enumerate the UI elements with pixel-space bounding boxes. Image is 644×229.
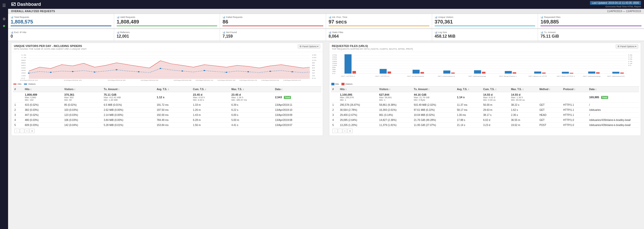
table-row: 5 13,205 (1.20%) 11,379 (1.81%) 11.95 Gi… <box>331 123 639 128</box>
fcol-data[interactable]: Data ↕ <box>588 87 639 92</box>
last-page-btn[interactable]: » <box>30 129 35 133</box>
fcol-max-ts[interactable]: Max. T.S. ↕ <box>510 87 538 92</box>
files-table-wrap: # Hits ↕ Visitors ↕ Tx. Amount ↕ Avg. T.… <box>329 86 641 136</box>
header: 🗠 Dashboard Last Updated: 2019-04-13 11:… <box>8 0 644 9</box>
svg-point-32 <box>50 72 52 73</box>
svg-text:GET / HTTP/1.0: GET / HTTP/1.0 <box>375 75 389 77</box>
app-title: 🗠 Dashboard <box>11 2 41 7</box>
stat-label-total: 📊 Total Requests <box>11 16 111 18</box>
svg-point-34 <box>94 71 95 72</box>
col-avg-ts[interactable]: Avg. T.S. ↕ <box>155 86 191 92</box>
fcol-avg-ts[interactable]: Avg. T.S. ↕ <box>455 87 482 92</box>
row5-avg-ts: 153.84 ms <box>155 122 191 128</box>
files-hits-legend-color <box>331 83 334 85</box>
svg-text:1.2k: 1.2k <box>21 54 27 56</box>
col-max-ts[interactable]: Max. T.S. ↕ <box>230 86 274 92</box>
svg-text:12/Apr/2019:16: 12/Apr/2019:16 <box>217 79 236 81</box>
svg-text:110: 110 <box>312 59 316 61</box>
svg-text:64: 64 <box>312 67 315 69</box>
stat-value-proc: 97 secs <box>329 19 429 24</box>
files-chart-area: 270k 240k 210k 180k 150k 120k 90k 59k 30… <box>329 52 641 82</box>
table-row: 4 480 (0.03%) 106 (0.03%) 3.84 MiB (0.00… <box>13 117 321 122</box>
bar-icon-valid: 📊 <box>117 16 119 18</box>
files-visitors-legend-color <box>341 83 344 85</box>
visitors-panel: UNIQUE VISITORS PER DAY - INCLUDING SPID… <box>10 41 325 138</box>
col-num: # <box>13 86 23 92</box>
col-visitors[interactable]: Visitors ↕ <box>63 86 102 92</box>
ftotal-method <box>538 92 562 103</box>
bar-6-visitors <box>513 72 516 73</box>
first-page-btn[interactable]: « <box>14 129 19 133</box>
bar-3-visitors <box>420 72 424 73</box>
svg-point-33 <box>72 71 73 72</box>
stat-log-size: 📊 Log Size 458.12 MiB <box>432 29 538 41</box>
col-hits[interactable]: Hits ↕ <box>23 86 63 92</box>
svg-text:12/Apr/2019:21: 12/Apr/2019:21 <box>239 79 258 81</box>
row2-tx: 2.62 MiB (0.00%) <box>102 107 155 112</box>
visitors-chart-svg: 1.2k 1.1k 990 860 660 530 400 260 130 0.… <box>13 53 321 81</box>
bar-7-visitors <box>542 72 546 73</box>
total-num <box>13 92 23 102</box>
visitors-panel-options-btn[interactable]: ⚙ Panel Options ▾ <box>298 44 320 48</box>
fcol-hits[interactable]: Hits ↕ <box>338 87 378 92</box>
files-prev-page-btn[interactable]: ‹ <box>338 129 342 133</box>
files-first-page-btn[interactable]: « <box>332 129 337 133</box>
row4-data: 13/Apr/2019:08 <box>274 117 321 122</box>
col-data[interactable]: Data ↕ <box>274 86 321 92</box>
svg-text:12/Apr/2019:06: 12/Apr/2019:06 <box>174 79 192 81</box>
stat-line-visitors <box>435 26 535 26</box>
svg-text:860: 860 <box>21 62 26 64</box>
files-panel: REQUESTED FILES (URLS) TOP REQUESTS SORT… <box>328 41 642 138</box>
fcol-tx[interactable]: Tx. Amount ↕ <box>412 87 455 92</box>
status-dot <box>3 25 5 27</box>
col-tx[interactable]: Tx. Amount ↕ <box>102 86 155 92</box>
files-last-page-btn[interactable]: » <box>348 129 353 133</box>
svg-text:0.0: 0.0 <box>628 65 631 66</box>
row1-tx: 6.5 MiB (0.01%) <box>102 102 155 107</box>
visitors-table-header-row: # Hits ↕ Visitors ↕ Tx. Amount ↕ Avg. T.… <box>13 86 321 92</box>
svg-text:5.9k: 5.9k <box>628 54 632 56</box>
svg-text:270k: 270k <box>332 54 337 56</box>
fcol-visitors[interactable]: Visitors ↕ <box>378 87 412 92</box>
svg-text:90k: 90k <box>332 67 336 68</box>
stat-value-visitors: 370,361 <box>435 19 535 24</box>
svg-text:86: 86 <box>312 64 315 66</box>
row3-cum-ts: 1.43 m <box>191 112 230 117</box>
stat-label-txamount: 📊 Tx. Amount <box>540 31 641 34</box>
row2-visitors: 103 (0.03%) <box>63 107 102 112</box>
total-max-ts: 23.45 d Max: 1.36 h Min: 385.57 ms <box>230 92 274 102</box>
table-row: 5 609 (0.03%) 142 (0.04%) 5.28 MiB (0.01… <box>13 122 321 128</box>
files-panel-subtitle: TOP REQUESTS SORTED BY HITS [ AVGTS, CUM… <box>332 48 413 50</box>
row2-cum-ts: 1.26 m <box>191 107 230 112</box>
files-title-group: REQUESTED FILES (URLS) TOP REQUESTS SORT… <box>332 44 413 50</box>
bar-9-hits <box>588 71 595 73</box>
fcol-cum-ts[interactable]: Cum. T.S. ↕ <box>482 87 509 92</box>
stat-line-total <box>11 26 111 26</box>
stat-tx-amount: 📊 Tx. Amount 75.11 GiB <box>538 29 644 41</box>
fcol-protocol[interactable]: Protocol ↕ <box>562 87 588 92</box>
row5-tx: 5.28 MiB (0.01%) <box>102 122 155 128</box>
gear-icon[interactable]: ⚙ <box>2 16 7 22</box>
visitors-legend-color <box>24 84 27 85</box>
hits-legend: Hits <box>13 83 21 85</box>
files-next-page-btn[interactable]: › <box>343 129 347 133</box>
files-panel-options-btn[interactable]: ⚙ Panel Options ▾ <box>616 44 638 48</box>
svg-point-31 <box>28 72 30 73</box>
next-page-btn[interactable]: › <box>25 129 29 133</box>
prev-page-btn[interactable]: ‹ <box>20 129 24 133</box>
fcol-method[interactable]: Method ↕ <box>538 87 562 92</box>
svg-point-37 <box>160 68 161 69</box>
svg-text:530: 530 <box>21 67 26 69</box>
col-cum-ts[interactable]: Cum. T.S. ↕ <box>191 86 230 92</box>
stat-referrers: 📊 Referrers 12,001 <box>114 29 220 41</box>
row2-data: 13/Apr/2019:10 <box>274 107 321 112</box>
row3-visitors: 123 (0.03%) <box>63 112 102 117</box>
stat-total-requests: 📊 Total Requests 1,808,575 <box>8 14 114 29</box>
fcol-num: # <box>331 87 338 92</box>
visitors-title-group: UNIQUE VISITORS PER DAY - INCLUDING SPID… <box>14 44 87 50</box>
svg-text:30k: 30k <box>332 71 336 72</box>
stat-line-failed <box>222 26 323 26</box>
menu-icon[interactable]: ☰ <box>1 2 7 9</box>
stat-excl-ip: 📊 Excl. IP Hits 0 <box>8 29 114 41</box>
svg-text:GET /products/prim: GET /products/prim <box>407 75 424 77</box>
